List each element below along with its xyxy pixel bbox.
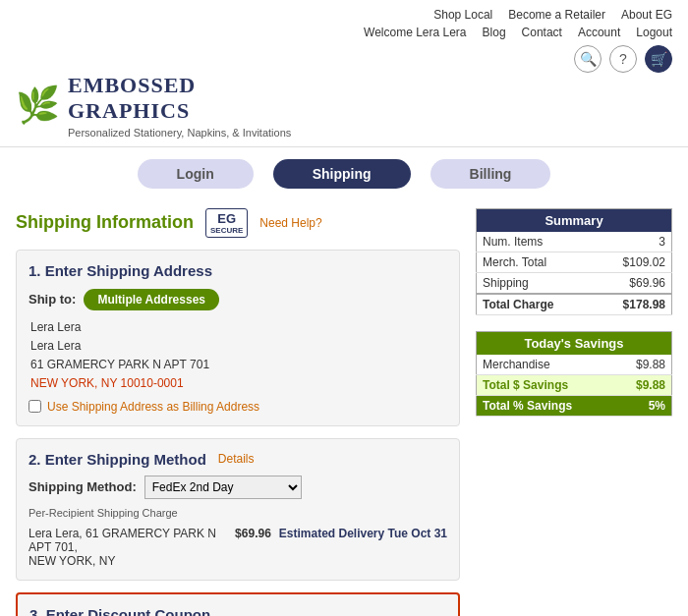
ship-to-label: Ship to: — [29, 292, 76, 307]
logo-area: 🌿 Embossed Graphics Personalized Station… — [16, 73, 291, 139]
tab-login[interactable]: Login — [138, 159, 254, 189]
delivery-row: Lera Lera, 61 GRAMERCY PARK N APT 701, N… — [29, 527, 447, 568]
billing-checkbox-row: Use Shipping Address as Billing Address — [29, 400, 447, 414]
header: 🌿 Embossed Graphics Personalized Station… — [0, 73, 688, 147]
section-coupon: 3. Enter Discount Coupon Limit One Coupo… — [16, 592, 460, 616]
summary-row: Shipping$69.96 — [477, 272, 672, 294]
multiple-addresses-button[interactable]: Multiple Addresses — [84, 289, 219, 310]
per-recipient-label: Per-Recipient Shipping Charge — [29, 507, 447, 519]
logo-subtitle: Personalized Stationery, Napkins, & Invi… — [68, 127, 291, 139]
summary-title: Summary — [477, 208, 672, 232]
nav-become-retailer[interactable]: Become a Retailer — [508, 8, 605, 22]
billing-checkbox[interactable] — [29, 400, 41, 413]
nav-welcome[interactable]: Welcome Lera Lera — [364, 26, 467, 39]
savings-total-value: $9.88 — [615, 374, 672, 395]
summary-row-value: 3 — [595, 232, 672, 252]
delivery-address: Lera Lera, 61 GRAMERCY PARK N APT 701, N… — [29, 527, 227, 568]
header-icons: 🔍 ? 🛒 — [574, 45, 672, 73]
summary-total-label: Total Charge — [477, 294, 595, 315]
summary-row-value: $69.96 — [595, 272, 672, 294]
summary-row-label: Merch. Total — [477, 252, 595, 272]
nav-shop-local[interactable]: Shop Local — [433, 8, 492, 22]
top-navigation: Shop Local Become a Retailer About EG We… — [0, 0, 688, 73]
billing-checkbox-label[interactable]: Use Shipping Address as Billing Address — [47, 400, 259, 414]
savings-pct-value: 5% — [615, 395, 672, 416]
address-name1: Lera Lera — [30, 318, 447, 337]
nav-row-1: Shop Local Become a Retailer About EG — [433, 8, 672, 22]
summary-row: Merch. Total$109.02 — [477, 252, 672, 272]
eg-secure-badge: EG SECURE — [205, 208, 248, 238]
summary-row-label: Shipping — [477, 272, 595, 294]
savings-pct-label: Total % Savings — [477, 395, 615, 416]
nav-row-2: Welcome Lera Lera Blog Contact Account L… — [364, 26, 672, 39]
summary-row-label: Num. Items — [477, 232, 595, 252]
search-icon[interactable]: 🔍 — [574, 45, 602, 73]
left-panel: Shipping Information EG SECURE Need Help… — [16, 200, 460, 616]
cart-icon[interactable]: 🛒 — [645, 45, 672, 73]
eg-text: EG — [217, 211, 236, 226]
savings-table: Today's Savings Merchandise$9.88 Total $… — [476, 331, 672, 417]
step-tabs: Login Shipping Billing — [0, 147, 688, 200]
savings-row-value: $9.88 — [615, 355, 672, 375]
ship-to-row: Ship to: Multiple Addresses — [29, 289, 447, 310]
estimated-delivery: Estimated Delivery Tue Oct 31 — [279, 527, 447, 540]
shipping-method-select[interactable]: FedEx 2nd Day — [144, 476, 302, 499]
address-city-state: NEW YORK, NY 10010-0001 — [30, 374, 447, 393]
need-help-link[interactable]: Need Help? — [259, 216, 321, 230]
secure-text: SECURE — [210, 226, 243, 235]
shipping-heading-row: Shipping Information EG SECURE Need Help… — [16, 200, 460, 250]
nav-about-eg[interactable]: About EG — [621, 8, 672, 22]
nav-logout[interactable]: Logout — [636, 26, 672, 39]
summary-row: Num. Items3 — [477, 232, 672, 252]
logo-text: Embossed Graphics — [68, 73, 291, 125]
section-shipping-method: 2. Enter Shipping Method Details Shippin… — [16, 438, 460, 581]
address-street: 61 GRAMERCY PARK N APT 701 — [30, 356, 447, 374]
savings-row-label: Merchandise — [477, 355, 615, 375]
savings-row: Merchandise$9.88 — [477, 355, 672, 375]
leaf-icon: 🌿 — [16, 84, 60, 126]
nav-account[interactable]: Account — [578, 26, 620, 39]
section3-title: 3. Enter Discount Coupon — [29, 606, 446, 616]
right-panel: Summary Num. Items3Merch. Total$109.02Sh… — [476, 200, 672, 616]
delivery-price: $69.96 — [235, 527, 271, 540]
tab-billing[interactable]: Billing — [430, 159, 551, 189]
nav-blog[interactable]: Blog — [483, 26, 506, 39]
tab-shipping[interactable]: Shipping — [273, 159, 411, 189]
address-name2: Lera Lera — [30, 337, 447, 356]
method-label: Shipping Method: — [29, 479, 137, 494]
details-link[interactable]: Details — [218, 452, 255, 466]
section2-title: 2. Enter Shipping Method — [29, 451, 206, 468]
summary-table: Summary Num. Items3Merch. Total$109.02Sh… — [476, 208, 672, 315]
main-content: Shipping Information EG SECURE Need Help… — [0, 200, 688, 616]
help-icon[interactable]: ? — [609, 45, 637, 73]
method-row: Shipping Method: FedEx 2nd Day — [29, 476, 447, 499]
shipping-heading: Shipping Information — [16, 212, 194, 233]
address-block: Lera Lera Lera Lera 61 GRAMERCY PARK N A… — [30, 318, 447, 394]
savings-total-label: Total $ Savings — [477, 374, 615, 395]
section-shipping-address: 1. Enter Shipping Address Ship to: Multi… — [16, 250, 460, 426]
summary-row-value: $109.02 — [595, 252, 672, 272]
nav-contact[interactable]: Contact — [522, 26, 562, 39]
savings-title: Today's Savings — [477, 331, 672, 355]
section1-title: 1. Enter Shipping Address — [29, 262, 447, 279]
summary-total-value: $178.98 — [595, 294, 672, 315]
